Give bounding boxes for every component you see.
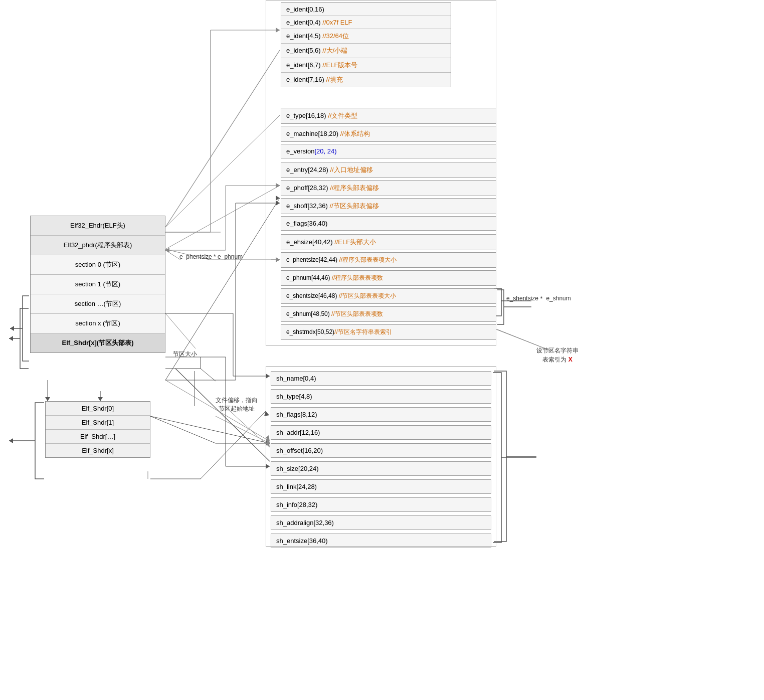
e-version-field: e_version[20, 24) bbox=[281, 144, 496, 158]
sh-offset-field: sh_offset[16,20) bbox=[271, 443, 491, 458]
svg-marker-7 bbox=[276, 257, 280, 262]
e-flags-field: e_flags[36,40) bbox=[281, 216, 496, 231]
svg-line-58 bbox=[226, 407, 270, 447]
sh-type-field: sh_type[4,8) bbox=[271, 389, 491, 404]
e-shentsize-times-label: e_shentsize＊ e_shnum bbox=[506, 294, 571, 303]
file-offset-label: 文件偏移，指向节区起始地址 bbox=[216, 396, 258, 413]
sh-entsize-field: sh_entsize[36,40) bbox=[271, 534, 491, 548]
svg-marker-38 bbox=[276, 257, 280, 262]
shdr-x-row: Elf_Shdr[x] bbox=[46, 444, 150, 457]
diagram-container: e_ident[0,16) e_ident[0,4) //0x7f ELF e_… bbox=[0, 0, 764, 700]
svg-marker-57 bbox=[266, 464, 270, 469]
sh-addralign-field: sh_addralign[32,36) bbox=[271, 515, 491, 530]
shdr0-row: Elf_Shdr[0] bbox=[46, 402, 150, 416]
svg-marker-59 bbox=[266, 440, 270, 447]
e-type-field: e_type[16,18) //文件类型 bbox=[281, 108, 496, 124]
svg-line-52 bbox=[201, 369, 216, 381]
svg-marker-36 bbox=[276, 183, 280, 188]
e-shoff-field: e_shoff[32,36) //节区头部表偏移 bbox=[281, 198, 496, 214]
svg-marker-21 bbox=[266, 437, 270, 443]
svg-marker-45 bbox=[98, 397, 103, 401]
elf-ident-box: e_ident[0,16) e_ident[0,4) //0x7f ELF e_… bbox=[281, 3, 451, 87]
sh-addr-field: sh_addr[12,16) bbox=[271, 425, 491, 440]
section-dots-row: section …(节区) bbox=[31, 294, 165, 314]
svg-line-65 bbox=[201, 411, 266, 479]
e-phnum-field: e_phnum[44,46) //程序头部表表项数 bbox=[281, 270, 496, 286]
ident-row-0: e_ident[0,16) bbox=[281, 3, 451, 16]
svg-marker-5 bbox=[276, 183, 280, 188]
svg-marker-47 bbox=[9, 438, 13, 443]
svg-line-0 bbox=[165, 50, 280, 227]
svg-marker-70 bbox=[266, 374, 270, 379]
section0-row: section 0 (节区) bbox=[31, 255, 165, 275]
svg-marker-50 bbox=[266, 441, 270, 446]
svg-line-20 bbox=[150, 416, 270, 443]
elf32-ehdr-row: Elf32_Ehdr(ELF头) bbox=[31, 216, 165, 236]
svg-line-25 bbox=[175, 369, 270, 461]
svg-marker-40 bbox=[165, 248, 169, 253]
e-phentsize-field: e_phentsize[42,44) //程序头部表表项大小 bbox=[281, 252, 496, 268]
e-ehsize-field: e_ehsize[40,42) //ELF头部大小 bbox=[281, 234, 496, 250]
svg-line-23 bbox=[216, 416, 270, 443]
sh-name-field: sh_name[0,4) bbox=[271, 371, 491, 386]
svg-line-4 bbox=[165, 186, 280, 249]
shdr1-row: Elf_Shdr[1] bbox=[46, 416, 150, 430]
e-shnum-field: e_shnum[48,50) //节区头部表表项数 bbox=[281, 306, 496, 322]
elf32-phdr-row: Elf32_phdr(程序头部表) bbox=[31, 236, 165, 255]
svg-marker-24 bbox=[266, 436, 270, 443]
ident-row-5: e_ident[7,16) //填充 bbox=[281, 73, 451, 87]
svg-marker-32 bbox=[9, 336, 13, 341]
sh-size-field: sh_size[20,24) bbox=[271, 461, 491, 476]
e-shentsize-field: e_shentsize[46,48) //节区头部表表项大小 bbox=[281, 288, 496, 304]
e-entry-field: e_entry[24,28) //入口地址偏移 bbox=[281, 162, 496, 178]
shdr-sub-box: Elf_Shdr[0] Elf_Shdr[1] Elf_Shdr[…] Elf_… bbox=[45, 401, 150, 458]
svg-line-39 bbox=[165, 250, 180, 260]
svg-marker-11 bbox=[266, 435, 270, 441]
sh-info-field: sh_info[28,32) bbox=[271, 497, 491, 512]
e-shstrndx-field: e_shstrndx[50,52)//节区名字符串表索引 bbox=[281, 324, 496, 340]
sh-link-field: sh_link[24,28) bbox=[271, 479, 491, 494]
left-structure-box: Elf32_Ehdr(ELF头) Elf32_phdr(程序头部表) secti… bbox=[30, 216, 165, 353]
elf-shdr-x-row: Elf_Shdr[x](节区头部表) bbox=[31, 333, 165, 353]
string-table-label: 设节区名字符串表索引为 X bbox=[536, 346, 579, 364]
section1-row: section 1 (节区) bbox=[31, 275, 165, 294]
svg-line-9 bbox=[165, 313, 196, 348]
section-x-row: section x (节区) bbox=[31, 314, 165, 333]
e-phoff-field: e_phoff[28,32) //程序头部表偏移 bbox=[281, 180, 496, 196]
svg-marker-3 bbox=[10, 326, 14, 331]
ident-row-1: e_ident[0,4) //0x7f ELF bbox=[281, 16, 451, 29]
svg-marker-63 bbox=[276, 201, 280, 206]
e-machine-field: e_machine[18,20) //体系结构 bbox=[281, 126, 496, 142]
svg-line-1 bbox=[165, 115, 280, 227]
ident-row-4: e_ident[6,7) //ELF版本号 bbox=[281, 58, 451, 73]
svg-marker-66 bbox=[264, 411, 269, 416]
svg-marker-18 bbox=[45, 397, 50, 401]
svg-line-48 bbox=[150, 416, 216, 443]
svg-marker-13 bbox=[276, 196, 280, 201]
e-phentsize-times-label: e_phentsize * e_phnum bbox=[179, 253, 243, 260]
ident-row-3: e_ident[5,6) //大/小端 bbox=[281, 44, 451, 58]
svg-marker-29 bbox=[276, 28, 280, 33]
sh-flags-field: sh_flags[8,12) bbox=[271, 407, 491, 422]
shdr-dots-row: Elf_Shdr[…] bbox=[46, 430, 150, 444]
section-size-label: 节区大小 bbox=[173, 350, 197, 359]
ident-row-2: e_ident[4,5) //32/64位 bbox=[281, 29, 451, 44]
